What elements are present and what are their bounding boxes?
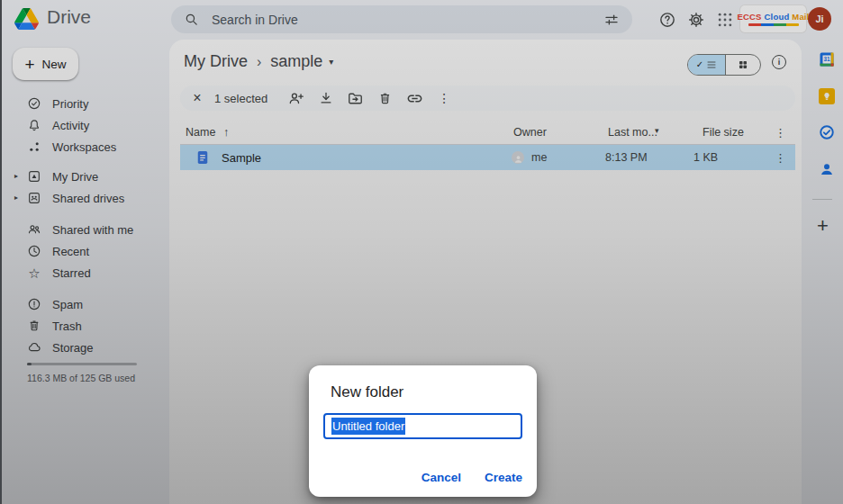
window-left-edge: [0, 0, 2, 504]
cancel-button[interactable]: Cancel: [422, 471, 461, 484]
new-folder-dialog: New folder Untitled folder Cancel Create: [309, 365, 537, 497]
google-drive-app: Drive: [0, 0, 843, 504]
create-button[interactable]: Create: [485, 471, 522, 484]
folder-name-selected-text: Untitled folder: [331, 418, 405, 435]
dialog-actions: Cancel Create: [422, 471, 522, 484]
folder-name-input[interactable]: Untitled folder: [323, 413, 522, 439]
dialog-title: New folder: [331, 383, 403, 401]
